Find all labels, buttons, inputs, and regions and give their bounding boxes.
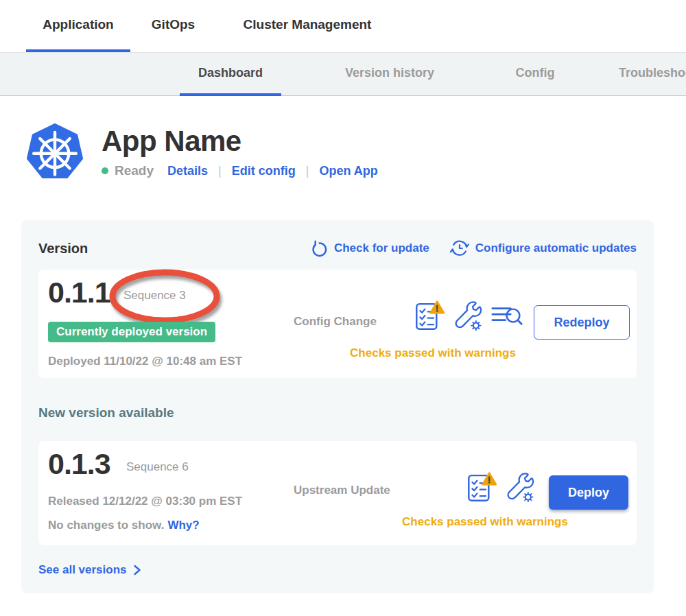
subtab-config[interactable]: Config xyxy=(504,53,567,96)
app-header: App Name Ready Details | Edit config | O… xyxy=(25,122,686,182)
current-version-card: 0.1.1 Sequence 3 Currently deployed vers… xyxy=(38,270,637,378)
new-version-source: Upstream Update xyxy=(294,484,390,497)
subtab-troubleshoot-label: Troubleshoot xyxy=(619,66,686,80)
edit-config-link[interactable]: Edit config xyxy=(232,164,296,178)
check-for-update-link[interactable]: Check for update xyxy=(311,240,429,257)
tab-cluster-management[interactable]: Cluster Management xyxy=(225,0,390,52)
new-version-card: 0.1.3 Sequence 6 Released 12/12/22 @ 03:… xyxy=(38,441,637,545)
redeploy-button[interactable]: Redeploy xyxy=(534,305,630,340)
status-text: Ready xyxy=(115,163,154,178)
version-panel-actions: Check for update Configure automatic upd… xyxy=(311,239,637,258)
why-link[interactable]: Why? xyxy=(167,519,199,532)
tab-cluster-management-label: Cluster Management xyxy=(244,17,372,32)
app-header-text: App Name Ready Details | Edit config | O… xyxy=(102,126,378,178)
subtab-version-history[interactable]: Version history xyxy=(328,53,451,96)
current-version-source: Config Change xyxy=(294,315,377,329)
current-checks-status: Checks passed with warnings xyxy=(320,346,546,360)
refresh-icon xyxy=(311,240,328,257)
see-all-versions-label: See all versions xyxy=(38,563,127,577)
top-nav: Application GitOps Cluster Management xyxy=(0,0,686,52)
link-divider: | xyxy=(296,164,320,178)
configure-automatic-updates-link[interactable]: Configure automatic updates xyxy=(450,239,637,258)
wrench-gear-icon[interactable] xyxy=(453,300,482,331)
status-dot-icon xyxy=(102,167,108,174)
subtab-version-history-label: Version history xyxy=(345,66,434,80)
current-version-number: 0.1.1 xyxy=(48,278,110,307)
details-link[interactable]: Details xyxy=(167,164,208,178)
tab-application-label: Application xyxy=(43,17,113,32)
preflight-checks-icon[interactable] xyxy=(466,471,497,503)
app-status-row: Ready Details | Edit config | Open App xyxy=(102,163,378,178)
link-divider: | xyxy=(208,164,232,178)
version-panel-header: Version Check for update xyxy=(38,238,637,259)
released-timestamp: Released 12/12/22 @ 03:30 pm EST xyxy=(48,495,242,508)
app-name: App Name xyxy=(102,126,378,156)
tab-application[interactable]: Application xyxy=(26,0,130,52)
sub-nav: Dashboard Version history Config Trouble… xyxy=(0,52,686,96)
kubernetes-logo-icon xyxy=(25,122,85,182)
version-panel: Version Check for update xyxy=(21,220,654,593)
wrench-gear-icon[interactable] xyxy=(506,471,534,503)
configure-automatic-updates-label: Configure automatic updates xyxy=(475,241,637,255)
current-version-sequence: Sequence 3 xyxy=(123,289,186,303)
new-checks-status: Checks passed with warnings xyxy=(372,515,598,529)
new-version-icons xyxy=(466,471,534,503)
new-version-sequence: Sequence 6 xyxy=(126,460,189,474)
check-for-update-label: Check for update xyxy=(334,241,429,255)
subtab-dashboard[interactable]: Dashboard xyxy=(180,53,281,96)
new-version-heading: New version available xyxy=(38,405,637,420)
tab-gitops[interactable]: GitOps xyxy=(141,0,206,52)
deploy-button[interactable]: Deploy xyxy=(549,475,628,510)
see-all-versions-link[interactable]: See all versions xyxy=(38,563,141,577)
page: Application GitOps Cluster Management Da… xyxy=(0,0,686,616)
changes-row: No changes to show.Why? xyxy=(48,519,200,532)
preflight-checks-icon[interactable] xyxy=(414,300,445,331)
tab-gitops-label: GitOps xyxy=(152,17,195,32)
chevron-right-icon xyxy=(133,565,141,576)
open-app-link[interactable]: Open App xyxy=(319,164,377,178)
subtab-config-label: Config xyxy=(516,66,555,80)
subtab-troubleshoot[interactable]: Troubleshoot xyxy=(619,53,686,96)
new-version-number: 0.1.3 xyxy=(48,449,110,479)
currently-deployed-badge: Currently deployed version xyxy=(48,322,215,342)
no-changes-note: No changes to show. xyxy=(48,519,164,532)
current-version-icons xyxy=(414,300,523,331)
deployed-timestamp: Deployed 11/10/22 @ 10:48 am EST xyxy=(48,355,242,368)
clock-refresh-icon xyxy=(450,239,469,258)
list-magnifier-icon[interactable] xyxy=(491,302,523,329)
subtab-dashboard-label: Dashboard xyxy=(198,66,263,80)
version-panel-title: Version xyxy=(38,241,88,257)
